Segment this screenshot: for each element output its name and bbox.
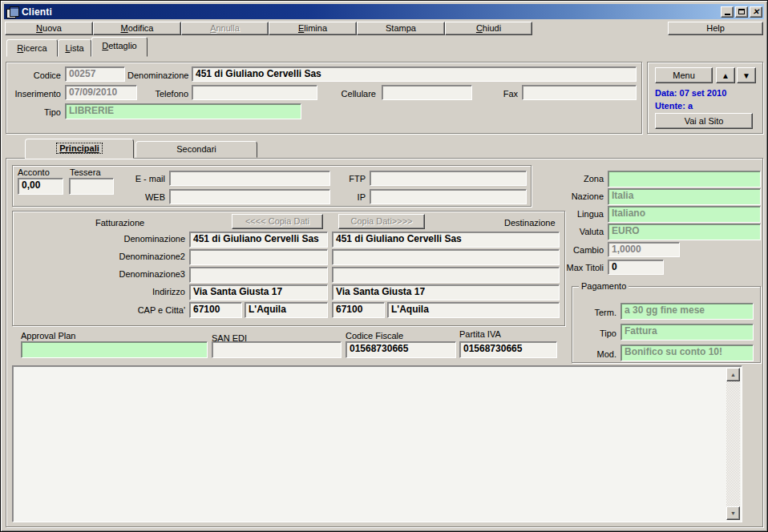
denominazione-field[interactable]: 451 di Giuliano Cervelli Sas: [192, 66, 637, 82]
record-prev-button[interactable]: ▲: [716, 67, 735, 83]
close-button[interactable]: ✕: [750, 6, 762, 18]
telefono-label: Telefono: [135, 89, 188, 99]
chiudi-button[interactable]: Chiudi: [445, 22, 532, 35]
ip-label: IP: [331, 192, 366, 203]
web-label: WEB: [113, 192, 165, 203]
tipo-label: Tipo: [7, 107, 61, 118]
fatt-denominazione-field[interactable]: 451 di Giuliano Cervelli Sas: [189, 232, 328, 248]
fatt-denominazione2-field[interactable]: [189, 249, 328, 265]
dest-indirizzo-field[interactable]: Via Santa Giusta 17: [332, 284, 560, 300]
subtab-secondari[interactable]: Secondari: [135, 141, 257, 158]
codice-fiscale-label: Codice Fiscale: [346, 331, 403, 341]
indirizzo-row-label: Indirizzo: [71, 287, 185, 297]
zona-field[interactable]: [608, 171, 761, 187]
fax-label: Fax: [486, 89, 518, 99]
cap-citta-row-label: CAP e Citta': [71, 305, 185, 316]
approval-plan-field[interactable]: [21, 341, 208, 358]
codice-fiscale-field[interactable]: 01568730665: [346, 341, 456, 358]
denominazione3-row-label: Denominazione3: [71, 269, 185, 280]
pagamento-tipo-field[interactable]: Fattura: [620, 324, 754, 341]
email-field[interactable]: [169, 171, 330, 186]
san-edi-field[interactable]: [212, 341, 342, 358]
mod-field[interactable]: Bonifico su conto 10!: [620, 345, 754, 361]
scroll-up-button[interactable]: ▲: [726, 368, 740, 381]
side-panel: Menu ▲ ▼ Data: 07 set 2010 Utente: a Vai…: [647, 62, 763, 134]
notes-textarea[interactable]: ▲ ▼: [12, 365, 742, 522]
valuta-field[interactable]: EURO: [608, 224, 761, 240]
modifica-label: odifica: [128, 23, 154, 33]
copia-dati-right-button: Copia Dati>>>>: [338, 214, 425, 229]
partita-iva-field[interactable]: 01568730665: [459, 341, 557, 358]
notes-scrollbar[interactable]: ▲ ▼: [726, 368, 740, 520]
up-arrow-icon: ▲: [722, 71, 730, 80]
web-field[interactable]: [169, 189, 330, 204]
scroll-down-button[interactable]: ▼: [726, 506, 740, 520]
annulla-button: Annulla: [181, 22, 269, 35]
subtab-principali[interactable]: Principali: [25, 139, 134, 159]
nuova-button[interactable]: Nuova: [5, 22, 93, 35]
pagamento-tipo-label: Tipo: [576, 328, 616, 339]
down-arrow-icon: ▼: [742, 71, 750, 80]
dest-denominazione-field[interactable]: 451 di Giuliano Cervelli Sas: [332, 232, 560, 248]
codice-field: 00257: [65, 66, 125, 82]
tab-dettaglio[interactable]: Dettaglio: [91, 37, 148, 57]
mod-label: Mod.: [576, 349, 616, 360]
subtab-principali-label: Principali: [57, 143, 102, 153]
fatt-cap-field[interactable]: 67100: [189, 302, 242, 318]
pagamento-group: Pagamento Term. a 30 gg fine mese Tipo F…: [572, 286, 761, 363]
fax-field[interactable]: [522, 85, 637, 100]
help-button[interactable]: Help: [668, 22, 763, 35]
fatt-citta-field[interactable]: L'Aquila: [245, 302, 328, 318]
nazione-field[interactable]: Italia: [608, 188, 761, 205]
tab-lista-label: ista: [71, 43, 84, 53]
minimize-icon: [725, 14, 730, 15]
copia-dati-left-button: <<<< Copia Dati: [232, 214, 323, 229]
ftp-field[interactable]: [370, 171, 527, 186]
date-text: Data: 07 set 2010: [655, 88, 726, 99]
scroll-down-icon: ▼: [730, 510, 736, 516]
tessera-field[interactable]: [69, 178, 114, 195]
chiudi-label: hiudi: [483, 23, 501, 33]
close-icon: ✕: [753, 8, 759, 16]
modifica-button[interactable]: Modifica: [93, 22, 181, 35]
chiudi-accel: C: [476, 23, 483, 33]
lingua-field[interactable]: Italiano: [608, 206, 761, 223]
max-titoli-field[interactable]: 0: [608, 260, 664, 275]
maximize-button[interactable]: [735, 6, 748, 18]
record-next-button[interactable]: ▼: [737, 67, 756, 83]
fatt-indirizzo-field[interactable]: Via Santa Giusta 17: [189, 284, 328, 300]
cellulare-label: Cellulare: [321, 89, 376, 99]
dest-cap-field[interactable]: 67100: [332, 302, 385, 318]
clienti-window: Clienti ✕ Nuova Modifica Annulla Elimina…: [0, 0, 768, 532]
acconto-field[interactable]: 0,00: [18, 178, 63, 195]
zona-label: Zona: [552, 174, 604, 184]
term-label: Term.: [576, 308, 616, 318]
minimize-button[interactable]: [721, 6, 734, 18]
nuova-accel: N: [36, 23, 42, 33]
menu-label: Menu: [673, 71, 695, 80]
telefono-field[interactable]: [192, 85, 317, 100]
tab-lista[interactable]: Lista: [58, 39, 91, 57]
ftp-label: FTP: [331, 174, 366, 184]
fatturazione-header: Fatturazione: [95, 218, 144, 228]
vai-al-sito-button[interactable]: Vai al Sito: [655, 113, 753, 129]
dest-citta-field[interactable]: L'Aquila: [387, 302, 560, 318]
denominazione2-row-label: Denominazione2: [71, 252, 185, 262]
tab-ricerca[interactable]: Ricerca: [6, 39, 58, 57]
dest-denominazione3-field[interactable]: [332, 267, 560, 283]
tessera-label: Tessera: [70, 167, 101, 178]
menu-button[interactable]: Menu: [655, 67, 713, 83]
denominazione-label: Denominazione: [127, 71, 188, 81]
ip-field[interactable]: [370, 189, 527, 204]
stampa-button[interactable]: Stampa: [357, 22, 445, 35]
titlebar[interactable]: Clienti ✕: [4, 4, 764, 19]
dest-denominazione2-field[interactable]: [332, 249, 560, 265]
fatt-denominazione3-field[interactable]: [189, 267, 328, 283]
elimina-label: limina: [304, 23, 327, 33]
elimina-button[interactable]: Elimina: [269, 22, 357, 35]
pagamento-legend: Pagamento: [579, 281, 629, 291]
help-label: Help: [706, 23, 725, 33]
cellulare-field[interactable]: [382, 85, 472, 100]
term-field[interactable]: a 30 gg fine mese: [620, 303, 754, 320]
tipo-field[interactable]: LIBRERIE: [65, 103, 301, 119]
